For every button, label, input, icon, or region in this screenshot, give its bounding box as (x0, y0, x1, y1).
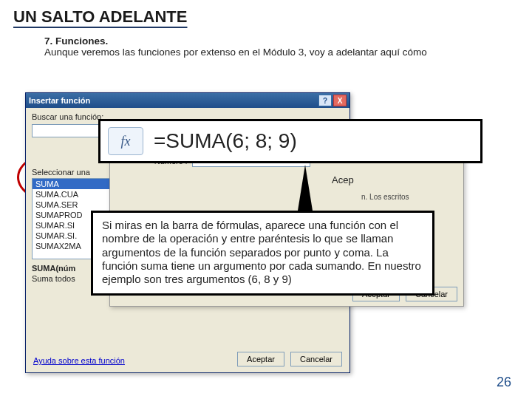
ok-button[interactable]: Aceptar (237, 352, 284, 366)
screenshot-stack: Insertar función ? X Buscar una función:… (21, 78, 508, 366)
cancel-button[interactable]: Cancelar (290, 352, 342, 366)
section-label: 7. Funciones. (44, 35, 108, 47)
ok-fragment: Acep (332, 174, 354, 185)
fx-icon[interactable]: fx (108, 127, 143, 155)
intro-text: Aunque veremos las funciones por extenso… (44, 47, 427, 58)
dialog-title: Insertar función (29, 96, 90, 105)
callout-text: Si miras en la barra de fórmulas, aparec… (102, 219, 421, 285)
help-link[interactable]: Ayuda sobre esta función (33, 356, 125, 365)
side-note: n. Los escritos (361, 193, 457, 201)
callout-tail (298, 165, 313, 211)
formula-text: =SUMA(6; 8; 9) (154, 129, 297, 153)
page-number: 26 (497, 375, 511, 390)
help-icon[interactable]: ? (318, 95, 332, 106)
formula-bar-callout: fx =SUMA(6; 8; 9) (98, 119, 482, 163)
explanation-callout: Si miras en la barra de fórmulas, aparec… (91, 211, 434, 296)
page-title: UN SALTO ADELANTE (0, 0, 532, 31)
dialog-titlebar: Insertar función ? X (26, 93, 349, 108)
close-icon[interactable]: X (333, 95, 347, 106)
intro-block: 7. Funciones. Aunque veremos las funcion… (0, 31, 532, 59)
